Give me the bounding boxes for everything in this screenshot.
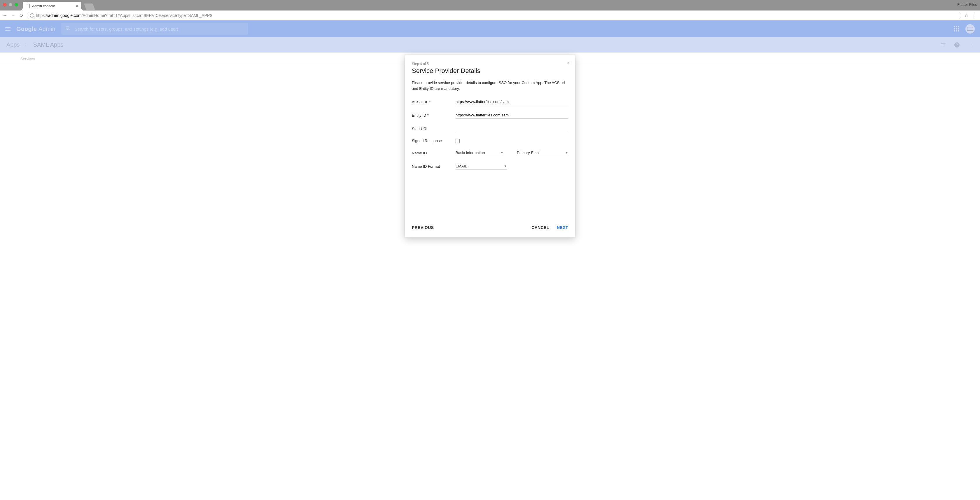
page-icon bbox=[25, 4, 30, 8]
entity-id-label: Entity ID * bbox=[412, 113, 450, 118]
close-window-icon[interactable] bbox=[3, 3, 6, 6]
bookmark-star-icon[interactable]: ☆ bbox=[964, 13, 968, 18]
avatar-icon bbox=[967, 27, 973, 31]
window-controls bbox=[3, 3, 18, 6]
filter-icon[interactable] bbox=[941, 43, 946, 46]
cancel-button[interactable]: CANCEL bbox=[531, 225, 549, 230]
account-avatar[interactable] bbox=[966, 24, 975, 33]
help-icon[interactable]: ? bbox=[955, 42, 959, 48]
search-bar[interactable] bbox=[61, 23, 248, 35]
name-id-label: Name ID bbox=[412, 151, 450, 155]
acs-url-input[interactable] bbox=[456, 98, 568, 105]
signed-response-checkbox[interactable] bbox=[456, 139, 460, 143]
svg-point-0 bbox=[66, 26, 69, 29]
breadcrumb: Apps 〉 SAML Apps ? ⋮ bbox=[0, 37, 980, 53]
back-button[interactable]: ← bbox=[2, 13, 8, 18]
url-text: https://admin.google.com/AdminHome?fral=… bbox=[36, 13, 213, 18]
search-input[interactable] bbox=[75, 27, 244, 32]
acs-url-label: ACS URL * bbox=[412, 100, 450, 104]
chevron-down-icon: ▼ bbox=[501, 151, 503, 154]
menubar-app-name: Flatter Files bbox=[957, 2, 977, 7]
service-provider-modal: × Step 4 of 5 Service Provider Details P… bbox=[405, 55, 575, 237]
entity-id-input[interactable] bbox=[456, 112, 568, 119]
signed-response-label: Signed Response bbox=[412, 139, 450, 143]
name-id-attribute-dropdown[interactable]: Primary Email ▼ bbox=[517, 150, 568, 156]
address-bar[interactable]: i https://admin.google.com/AdminHome?fra… bbox=[27, 12, 961, 19]
more-options-icon[interactable]: ⋮ bbox=[968, 42, 974, 48]
hamburger-menu-icon[interactable] bbox=[5, 27, 11, 30]
forward-button: → bbox=[11, 13, 16, 18]
name-id-format-dropdown[interactable]: EMAIL ▼ bbox=[456, 163, 507, 170]
crumb-saml-apps[interactable]: SAML Apps bbox=[33, 41, 64, 48]
next-button[interactable]: NEXT bbox=[557, 225, 568, 230]
browser-tab[interactable]: Admin console × bbox=[23, 2, 81, 11]
name-id-category-dropdown[interactable]: Basic Information ▼ bbox=[456, 150, 503, 156]
google-admin-logo[interactable]: Google Admin bbox=[16, 25, 56, 32]
apps-grid-icon[interactable] bbox=[954, 26, 959, 32]
step-indicator: Step 4 of 5 bbox=[412, 62, 568, 66]
tab-title: Admin console bbox=[32, 4, 73, 8]
close-modal-icon[interactable]: × bbox=[567, 60, 570, 66]
address-toolbar: ← → ⟳ i https://admin.google.com/AdminHo… bbox=[0, 11, 980, 21]
svg-line-1 bbox=[68, 29, 70, 30]
close-tab-icon[interactable]: × bbox=[76, 4, 78, 8]
start-url-label: Start URL bbox=[412, 127, 450, 131]
previous-button[interactable]: PREVIOUS bbox=[412, 225, 434, 230]
maximize-window-icon[interactable] bbox=[14, 3, 18, 6]
browser-menu-icon[interactable]: ⋮ bbox=[972, 12, 978, 19]
crumb-apps[interactable]: Apps bbox=[6, 41, 20, 48]
minimize-window-icon[interactable] bbox=[9, 3, 12, 6]
browser-tab-strip: Admin console × Flatter Files bbox=[0, 0, 980, 11]
new-tab-button[interactable] bbox=[84, 3, 95, 10]
start-url-input[interactable] bbox=[456, 125, 568, 132]
app-header: Google Admin bbox=[0, 21, 980, 37]
chevron-down-icon: ▼ bbox=[504, 164, 507, 168]
modal-title: Service Provider Details bbox=[412, 67, 568, 75]
chevron-right-icon: 〉 bbox=[24, 42, 29, 48]
site-info-icon[interactable]: i bbox=[30, 13, 34, 18]
search-icon bbox=[65, 25, 71, 32]
reload-button[interactable]: ⟳ bbox=[19, 13, 24, 18]
modal-description: Please provide service provider details … bbox=[412, 80, 568, 91]
chevron-down-icon: ▼ bbox=[565, 151, 568, 154]
name-id-format-label: Name ID Format bbox=[412, 164, 450, 169]
